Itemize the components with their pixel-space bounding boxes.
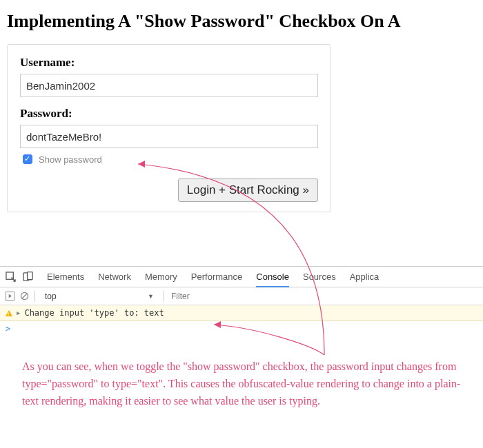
- clear-console-icon[interactable]: [20, 292, 29, 301]
- annotation-text: As you can see, when we toggle the "show…: [22, 358, 464, 409]
- inspect-icon[interactable]: [6, 272, 16, 282]
- devtools-panel: Elements Network Memory Performance Cons…: [0, 266, 483, 336]
- context-value: top: [45, 292, 57, 301]
- show-password-checkbox[interactable]: [23, 154, 32, 164]
- show-password-label: Show password: [39, 154, 102, 165]
- console-filter-input[interactable]: [170, 291, 477, 302]
- password-label: Password:: [20, 107, 318, 121]
- svg-rect-2: [28, 272, 33, 279]
- console-log-message: Change input 'type' to: text: [24, 308, 164, 318]
- console-log-row: ▶ Change input 'type' to: text: [0, 305, 483, 321]
- show-password-row[interactable]: Show password: [20, 152, 318, 166]
- login-button[interactable]: Login + Start Rocking »: [178, 179, 318, 202]
- tab-elements[interactable]: Elements: [47, 272, 84, 282]
- play-icon[interactable]: [6, 292, 14, 301]
- chevron-down-icon: ▼: [148, 293, 154, 300]
- login-form: Username: Password: Show password Login …: [7, 44, 331, 212]
- console-prompt[interactable]: >: [0, 321, 483, 336]
- console-toolbar: top ▼: [0, 287, 483, 305]
- expand-icon[interactable]: ▶: [17, 309, 20, 316]
- page-title: Implementing A "Show Password" Checkbox …: [7, 11, 483, 32]
- tab-performance[interactable]: Performance: [191, 272, 242, 282]
- devtools-tabs: Elements Network Memory Performance Cons…: [0, 267, 483, 287]
- tab-network[interactable]: Network: [98, 272, 131, 282]
- tab-sources[interactable]: Sources: [303, 272, 336, 282]
- warning-icon: [6, 310, 12, 316]
- tab-application[interactable]: Applica: [350, 272, 379, 282]
- svg-line-5: [22, 294, 27, 298]
- tab-console[interactable]: Console: [256, 272, 289, 287]
- username-label: Username:: [20, 56, 318, 70]
- tab-memory[interactable]: Memory: [145, 272, 177, 282]
- context-selector[interactable]: top ▼: [41, 291, 158, 302]
- password-input[interactable]: [20, 125, 318, 148]
- device-icon[interactable]: [23, 272, 33, 282]
- username-input[interactable]: [20, 74, 318, 97]
